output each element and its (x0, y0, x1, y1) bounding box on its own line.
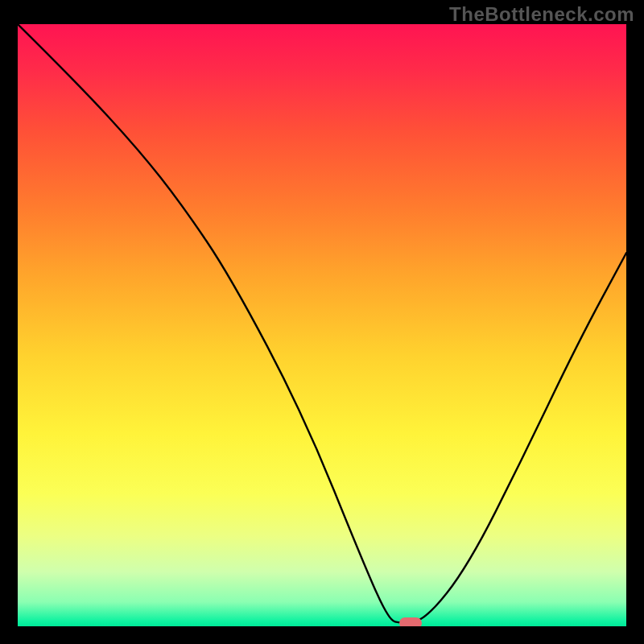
bottleneck-curve (18, 24, 626, 626)
optimum-marker (399, 617, 422, 627)
plot-area (18, 24, 626, 626)
watermark-text: TheBottleneck.com (449, 3, 634, 26)
chart-frame: TheBottleneck.com (0, 0, 644, 644)
